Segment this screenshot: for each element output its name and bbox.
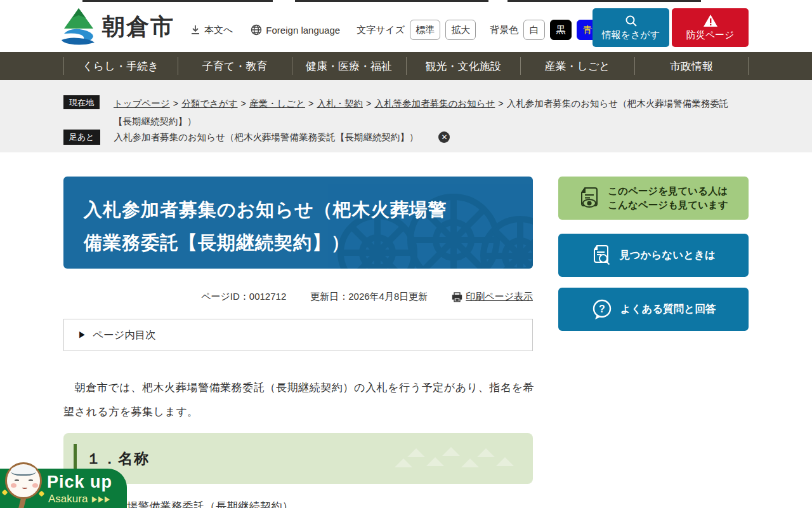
arrow-down-icon — [190, 25, 200, 35]
nav-item-kanko[interactable]: 観光・文化施設 — [406, 52, 520, 80]
bg-white-button[interactable]: 白 — [523, 20, 545, 40]
nav-item-kenko[interactable]: 健康・医療・福祉 — [292, 52, 406, 80]
skip-to-content-link[interactable]: 本文へ — [190, 24, 233, 36]
bg-black-button[interactable]: 黒 — [550, 20, 572, 40]
toc-triangle-icon: ▶ — [78, 330, 86, 341]
search-button[interactable]: 情報をさがす — [593, 8, 669, 47]
sparkle-icon — [2, 490, 8, 496]
page: 朝倉市 本文へ Foreign lan — [0, 0, 812, 508]
breadcrumb-link-industry[interactable]: 産業・しごと — [249, 98, 305, 109]
breadcrumb: 現在地 トップページ>分類でさがす>産業・しごと>入札・契約>入札等参加者募集の… — [63, 95, 749, 130]
related-pages-box[interactable]: このページを見ている人は こんなページも見ています — [558, 177, 749, 220]
current-location-label: 現在地 — [63, 95, 100, 109]
warning-icon — [703, 14, 718, 27]
global-nav: くらし・手続き 子育て・教育 健康・医療・福祉 観光・文化施設 産業・しごと 市… — [0, 52, 812, 80]
toc-label: ページ内目次 — [93, 328, 156, 342]
faq-box[interactable]: ? よくある質問と回答 — [558, 288, 749, 331]
breadcrumb-link-bid[interactable]: 入札・契約 — [317, 98, 363, 109]
nav-item-kurashi[interactable]: くらし・手続き — [63, 52, 178, 80]
page-title: 入札参加者募集のお知らせ（杷木火葬場警備業務委託【長期継続契約】） — [84, 193, 464, 259]
nav-item-sangyo[interactable]: 産業・しごと — [520, 52, 634, 80]
bg-color-label: 背景色 — [490, 24, 518, 36]
nav-item-kosodate[interactable]: 子育て・教育 — [178, 52, 292, 80]
footprint-close-icon[interactable]: ✕ — [438, 131, 450, 143]
footprint-text[interactable]: 入札参加者募集のお知らせ（杷木火葬場警備業務委託【長期継続契約】） — [114, 131, 419, 144]
font-size-standard-button[interactable]: 標準 — [410, 20, 440, 40]
page-eye-icon — [579, 186, 600, 210]
nav-item-shisei[interactable]: 市政情報 — [634, 52, 749, 80]
page-id: ページID：0012712 — [201, 291, 286, 303]
disaster-page-button[interactable]: 防災ページ — [672, 8, 749, 47]
site-header: 朝倉市 本文へ Foreign lan — [0, 2, 812, 52]
not-found-box[interactable]: 見つからないときは — [558, 234, 749, 277]
section-1-title: １．名称 — [86, 449, 150, 469]
font-size-label: 文字サイズ — [357, 24, 405, 36]
updated-date: 更新日：2026年4月8日更新 — [310, 291, 428, 303]
footprint-row: 足あと 入札参加者募集のお知らせ（杷木火葬場警備業務委託【長期継続契約】） ✕ — [63, 130, 749, 145]
site-name[interactable]: 朝倉市 — [102, 11, 174, 43]
pickup-arrows-icon: ▶▶▶ — [91, 495, 110, 504]
page-title-box: 入札参加者募集のお知らせ（杷木火葬場警備業務委託【長期継続契約】） — [63, 177, 533, 269]
section-1-header: １．名称 — [63, 433, 533, 484]
faq-text: よくある質問と回答 — [620, 302, 716, 316]
foreign-language-link[interactable]: Foreign language — [251, 24, 340, 36]
site-logo[interactable]: 朝倉市 — [60, 7, 174, 46]
search-icon — [625, 15, 638, 27]
sparkle-icon — [39, 491, 45, 497]
page-meta: ページID：0012712 更新日：2026年4月8日更新 印刷ページ表示 — [63, 291, 533, 303]
svg-text:?: ? — [599, 304, 605, 314]
font-size-large-button[interactable]: 拡大 — [445, 20, 476, 40]
breadcrumb-trail: トップページ>分類でさがす>産業・しごと>入札・契約>入札等参加者募集のお知らせ… — [114, 95, 742, 130]
breadcrumb-zone: 現在地 トップページ>分類でさがす>産業・しごと>入札・契約>入札等参加者募集の… — [0, 80, 812, 152]
footprint-label: 足あと — [63, 130, 100, 145]
print-link[interactable]: 印刷ページ表示 — [452, 291, 533, 303]
pickup-title: Pick up — [47, 472, 112, 492]
breadcrumb-link-notice[interactable]: 入札等参加者募集のお知らせ — [374, 98, 495, 109]
breadcrumb-link-top[interactable]: トップページ — [114, 98, 170, 109]
printer-icon — [452, 292, 462, 302]
question-bubble-icon: ? — [591, 298, 613, 320]
pickup-asakura-badge[interactable]: Pick up Asakura ▶▶▶ — [0, 469, 127, 508]
mascot-icon — [5, 462, 42, 499]
globe-icon — [251, 24, 262, 36]
header-utility-links: 本文へ Foreign language 文字サイズ 標準 拡大 背景色 白 黒… — [190, 20, 598, 40]
not-found-text: 見つからないときは — [619, 248, 716, 262]
pickup-subtitle: Asakura ▶▶▶ — [48, 493, 110, 505]
page-search-icon — [591, 244, 612, 266]
related-pages-text: このページを見ている人は こんなページも見ています — [608, 184, 728, 213]
intro-paragraph: 朝倉市では、杷木火葬場警備業務委託（長期継続契約）の入札を行う予定があり、指名を… — [63, 376, 534, 425]
asakura-logo-icon — [60, 7, 97, 46]
toc-toggle[interactable]: ▶ ページ内目次 — [63, 319, 533, 351]
breadcrumb-link-category[interactable]: 分類でさがす — [181, 98, 237, 109]
